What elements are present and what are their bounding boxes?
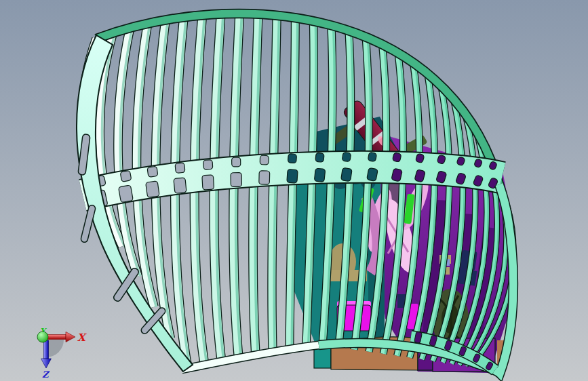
mid-band-hole (315, 153, 324, 162)
mid-band-hole (287, 169, 298, 184)
mid-band-hole (175, 163, 185, 173)
origin-ball[interactable] (37, 332, 48, 342)
cad-viewport[interactable]: Y X Z (0, 0, 588, 381)
mid-band-hole (342, 152, 351, 161)
mid-band-hole (120, 170, 132, 182)
mid-band-hole (232, 157, 241, 167)
mid-band-hole (288, 154, 296, 163)
mid-band-hole (231, 173, 241, 187)
mid-band-hole (147, 166, 158, 177)
mid-band-hole (314, 168, 325, 182)
z-axis-arrow[interactable] (44, 340, 49, 359)
mid-band-hole (341, 167, 353, 181)
mid-band-hole (260, 155, 269, 165)
mid-band-hole (392, 153, 401, 162)
cad-canvas[interactable]: Y X Z (0, 0, 588, 381)
mid-band-hole (174, 178, 187, 193)
mid-band-hole (367, 167, 378, 181)
mid-band-hole (259, 171, 270, 184)
mid-band-hole (368, 152, 376, 161)
mid-band-hole (119, 185, 134, 203)
mid-band-hole (203, 160, 213, 170)
x-axis-arrow[interactable] (47, 335, 66, 340)
mid-band-hole (146, 181, 159, 198)
mid-band-hole (202, 175, 214, 190)
